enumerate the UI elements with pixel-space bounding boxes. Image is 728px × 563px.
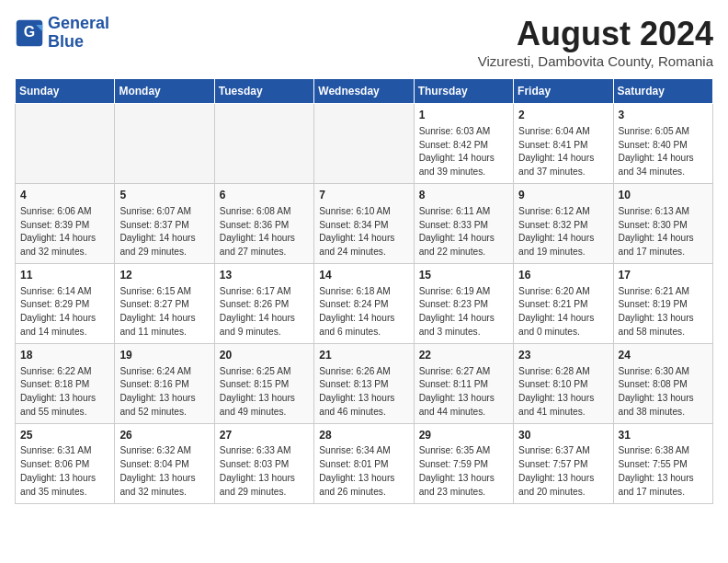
day-info: Sunrise: 6:11 AM Sunset: 8:33 PM Dayligh…: [419, 205, 508, 259]
week-row-1: 1Sunrise: 6:03 AM Sunset: 8:42 PM Daylig…: [16, 104, 713, 184]
calendar-table: SundayMondayTuesdayWednesdayThursdayFrid…: [15, 78, 713, 504]
day-info: Sunrise: 6:31 AM Sunset: 8:06 PM Dayligh…: [20, 444, 109, 499]
day-number: 7: [319, 188, 408, 203]
day-number: 4: [20, 188, 109, 203]
day-number: 12: [119, 268, 209, 283]
weekday-header-saturday: Saturday: [613, 79, 712, 104]
calendar-cell: 14Sunrise: 6:18 AM Sunset: 8:24 PM Dayli…: [314, 263, 414, 343]
calendar-cell: 31Sunrise: 6:38 AM Sunset: 7:55 PM Dayli…: [613, 423, 712, 503]
calendar-cell: 15Sunrise: 6:19 AM Sunset: 8:23 PM Dayli…: [414, 263, 513, 343]
calendar-cell: [16, 104, 115, 184]
day-number: 26: [119, 428, 209, 443]
svg-text:G: G: [24, 24, 35, 40]
calendar-cell: 29Sunrise: 6:35 AM Sunset: 7:59 PM Dayli…: [414, 423, 513, 503]
calendar-cell: 30Sunrise: 6:37 AM Sunset: 7:57 PM Dayli…: [514, 423, 613, 503]
day-number: 11: [20, 268, 109, 283]
calendar-cell: 5Sunrise: 6:07 AM Sunset: 8:37 PM Daylig…: [115, 183, 214, 263]
weekday-header-sunday: Sunday: [16, 79, 115, 104]
week-row-3: 11Sunrise: 6:14 AM Sunset: 8:29 PM Dayli…: [16, 263, 713, 343]
calendar-cell: 18Sunrise: 6:22 AM Sunset: 8:18 PM Dayli…: [16, 343, 115, 423]
day-info: Sunrise: 6:21 AM Sunset: 8:19 PM Dayligh…: [619, 285, 708, 339]
day-number: 18: [20, 348, 109, 363]
weekday-header-friday: Friday: [514, 79, 613, 104]
weekday-header-monday: Monday: [115, 79, 214, 104]
day-info: Sunrise: 6:28 AM Sunset: 8:10 PM Dayligh…: [518, 365, 608, 419]
calendar-cell: 10Sunrise: 6:13 AM Sunset: 8:30 PM Dayli…: [613, 183, 712, 263]
day-info: Sunrise: 6:19 AM Sunset: 8:23 PM Dayligh…: [419, 285, 508, 339]
day-info: Sunrise: 6:08 AM Sunset: 8:36 PM Dayligh…: [220, 205, 309, 259]
day-info: Sunrise: 6:03 AM Sunset: 8:42 PM Dayligh…: [419, 125, 508, 179]
calendar-cell: 6Sunrise: 6:08 AM Sunset: 8:36 PM Daylig…: [214, 183, 313, 263]
weekday-header-row: SundayMondayTuesdayWednesdayThursdayFrid…: [16, 79, 713, 104]
week-row-4: 18Sunrise: 6:22 AM Sunset: 8:18 PM Dayli…: [16, 343, 713, 423]
calendar-cell: 19Sunrise: 6:24 AM Sunset: 8:16 PM Dayli…: [115, 343, 214, 423]
day-info: Sunrise: 6:38 AM Sunset: 7:55 PM Dayligh…: [619, 444, 708, 499]
day-info: Sunrise: 6:15 AM Sunset: 8:27 PM Dayligh…: [119, 285, 209, 339]
day-number: 17: [619, 268, 708, 283]
day-number: 9: [518, 188, 608, 203]
calendar-cell: 8Sunrise: 6:11 AM Sunset: 8:33 PM Daylig…: [414, 183, 513, 263]
day-number: 31: [619, 428, 708, 443]
day-info: Sunrise: 6:14 AM Sunset: 8:29 PM Dayligh…: [20, 285, 109, 339]
calendar-cell: 20Sunrise: 6:25 AM Sunset: 8:15 PM Dayli…: [214, 343, 313, 423]
calendar-cell: 12Sunrise: 6:15 AM Sunset: 8:27 PM Dayli…: [115, 263, 214, 343]
logo-text: General Blue: [48, 15, 109, 52]
calendar-cell: 17Sunrise: 6:21 AM Sunset: 8:19 PM Dayli…: [613, 263, 712, 343]
day-info: Sunrise: 6:34 AM Sunset: 8:01 PM Dayligh…: [319, 444, 408, 499]
day-info: Sunrise: 6:13 AM Sunset: 8:30 PM Dayligh…: [619, 205, 708, 259]
logo-icon: G: [15, 18, 44, 48]
day-number: 13: [220, 268, 309, 283]
calendar-cell: 16Sunrise: 6:20 AM Sunset: 8:21 PM Dayli…: [514, 263, 613, 343]
calendar-cell: 24Sunrise: 6:30 AM Sunset: 8:08 PM Dayli…: [613, 343, 712, 423]
day-info: Sunrise: 6:18 AM Sunset: 8:24 PM Dayligh…: [319, 285, 408, 339]
logo-line1: General: [48, 14, 109, 32]
calendar-cell: 7Sunrise: 6:10 AM Sunset: 8:34 PM Daylig…: [314, 183, 414, 263]
week-row-2: 4Sunrise: 6:06 AM Sunset: 8:39 PM Daylig…: [16, 183, 713, 263]
day-info: Sunrise: 6:17 AM Sunset: 8:26 PM Dayligh…: [220, 285, 309, 339]
day-info: Sunrise: 6:10 AM Sunset: 8:34 PM Dayligh…: [319, 205, 408, 259]
calendar-cell: 22Sunrise: 6:27 AM Sunset: 8:11 PM Dayli…: [414, 343, 513, 423]
calendar-cell: 9Sunrise: 6:12 AM Sunset: 8:32 PM Daylig…: [514, 183, 613, 263]
calendar-cell: 4Sunrise: 6:06 AM Sunset: 8:39 PM Daylig…: [16, 183, 115, 263]
day-number: 21: [319, 348, 408, 363]
day-info: Sunrise: 6:06 AM Sunset: 8:39 PM Dayligh…: [20, 205, 109, 259]
day-number: 1: [419, 108, 508, 123]
week-row-5: 25Sunrise: 6:31 AM Sunset: 8:06 PM Dayli…: [16, 423, 713, 503]
day-number: 22: [419, 348, 508, 363]
location: Vizuresti, Dambovita County, Romania: [478, 53, 713, 69]
day-info: Sunrise: 6:37 AM Sunset: 7:57 PM Dayligh…: [518, 444, 608, 499]
calendar-cell: 13Sunrise: 6:17 AM Sunset: 8:26 PM Dayli…: [214, 263, 313, 343]
day-number: 16: [518, 268, 608, 283]
day-info: Sunrise: 6:30 AM Sunset: 8:08 PM Dayligh…: [619, 365, 708, 419]
calendar-cell: 26Sunrise: 6:32 AM Sunset: 8:04 PM Dayli…: [115, 423, 214, 503]
logo-line2: Blue: [48, 32, 84, 51]
title-block: August 2024 Vizuresti, Dambovita County,…: [478, 15, 713, 69]
day-info: Sunrise: 6:20 AM Sunset: 8:21 PM Dayligh…: [518, 285, 608, 339]
day-number: 20: [220, 348, 309, 363]
day-number: 29: [419, 428, 508, 443]
day-info: Sunrise: 6:04 AM Sunset: 8:41 PM Dayligh…: [518, 125, 608, 179]
day-info: Sunrise: 6:22 AM Sunset: 8:18 PM Dayligh…: [20, 365, 109, 419]
day-number: 2: [518, 108, 608, 123]
day-number: 19: [119, 348, 209, 363]
weekday-header-wednesday: Wednesday: [314, 79, 414, 104]
day-number: 27: [220, 428, 309, 443]
day-number: 3: [619, 108, 708, 123]
calendar-cell: [314, 104, 414, 184]
day-info: Sunrise: 6:26 AM Sunset: 8:13 PM Dayligh…: [319, 365, 408, 419]
calendar-cell: 1Sunrise: 6:03 AM Sunset: 8:42 PM Daylig…: [414, 104, 513, 184]
day-info: Sunrise: 6:33 AM Sunset: 8:03 PM Dayligh…: [220, 444, 309, 499]
weekday-header-tuesday: Tuesday: [214, 79, 313, 104]
calendar-cell: 2Sunrise: 6:04 AM Sunset: 8:41 PM Daylig…: [514, 104, 613, 184]
day-number: 28: [319, 428, 408, 443]
month-year: August 2024: [478, 15, 713, 53]
day-number: 25: [20, 428, 109, 443]
calendar-cell: 21Sunrise: 6:26 AM Sunset: 8:13 PM Dayli…: [314, 343, 414, 423]
calendar-cell: 25Sunrise: 6:31 AM Sunset: 8:06 PM Dayli…: [16, 423, 115, 503]
day-info: Sunrise: 6:05 AM Sunset: 8:40 PM Dayligh…: [619, 125, 708, 179]
day-number: 24: [619, 348, 708, 363]
day-info: Sunrise: 6:24 AM Sunset: 8:16 PM Dayligh…: [119, 365, 209, 419]
day-number: 10: [619, 188, 708, 203]
day-number: 30: [518, 428, 608, 443]
calendar-cell: 23Sunrise: 6:28 AM Sunset: 8:10 PM Dayli…: [514, 343, 613, 423]
